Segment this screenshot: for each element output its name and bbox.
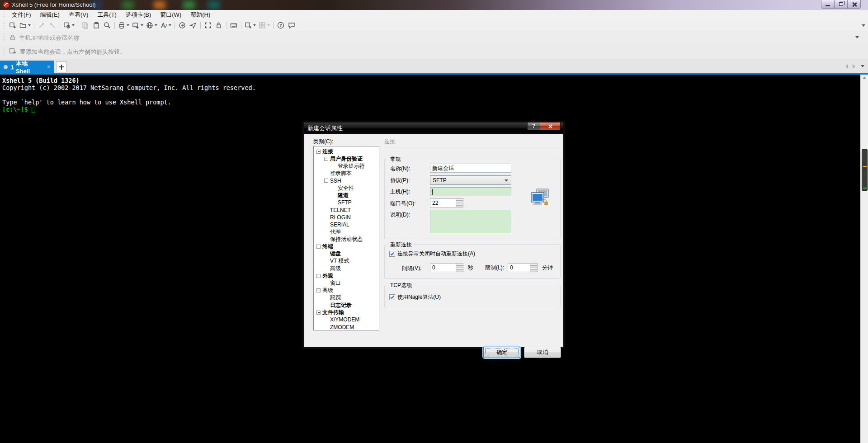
new-tab-button[interactable]: [56, 61, 67, 72]
feedback-icon[interactable]: [286, 20, 297, 30]
tree-collapse-icon[interactable]: [316, 150, 321, 154]
tree-item-6[interactable]: 隧道: [314, 192, 379, 199]
xftp-icon[interactable]: [177, 20, 188, 30]
tree-item-5[interactable]: 安全性: [314, 184, 379, 192]
tree-item-3[interactable]: 登录脚本: [314, 170, 379, 177]
tree-item-4[interactable]: SSH: [314, 177, 379, 184]
session-properties-icon[interactable]: [62, 20, 76, 30]
toolbar-overflow-icon[interactable]: [862, 24, 865, 27]
tree-collapse-icon[interactable]: [324, 179, 328, 183]
lock-screen-icon[interactable]: [213, 20, 224, 30]
tree-item-15[interactable]: VT 模式: [314, 258, 379, 265]
tree-item-16[interactable]: 高级: [314, 265, 379, 272]
tree-item-8[interactable]: TELNET: [314, 207, 379, 214]
name-input[interactable]: 新建会话: [430, 164, 511, 173]
scroll-up-icon[interactable]: [863, 76, 866, 79]
tree-item-20[interactable]: 跟踪: [314, 294, 379, 302]
tree-item-19[interactable]: 高级: [314, 287, 379, 294]
toolbar-grip[interactable]: [3, 47, 6, 57]
toolbar-grip[interactable]: [3, 33, 6, 43]
limit-stepper[interactable]: [530, 263, 538, 272]
terminal-scrollbar[interactable]: [860, 75, 868, 443]
interval-input[interactable]: 0: [430, 263, 456, 272]
fullscreen-icon[interactable]: [203, 20, 213, 30]
reconnect-checkbox[interactable]: [389, 251, 395, 257]
tree-collapse-icon[interactable]: [316, 288, 321, 292]
tree-item-10[interactable]: SERIAL: [314, 221, 379, 228]
port-stepper[interactable]: [456, 198, 463, 207]
menu-item-1[interactable]: 编辑(E): [36, 10, 64, 20]
menu-item-5[interactable]: 窗口(W): [156, 10, 186, 20]
font-icon[interactable]: [159, 20, 173, 30]
terminal-line: [2, 91, 868, 99]
transfer-icon[interactable]: [131, 20, 145, 30]
menu-item-6[interactable]: 帮助(H): [186, 10, 215, 20]
toolbar-grip[interactable]: [3, 22, 6, 29]
tree-collapse-icon[interactable]: [316, 245, 321, 249]
minimize-button[interactable]: [821, 0, 835, 9]
dialog-close-button[interactable]: [540, 123, 561, 130]
tab-close-icon[interactable]: ×: [47, 64, 50, 70]
name-value: 新建会话: [432, 165, 454, 172]
menu-item-0[interactable]: 文件(F): [7, 10, 36, 20]
tree-item-9[interactable]: RLOGIN: [314, 214, 379, 221]
tree-item-22[interactable]: 文件传输: [314, 309, 379, 316]
menu-item-2[interactable]: 查看(V): [64, 10, 93, 20]
tree-collapse-icon[interactable]: [324, 157, 328, 161]
add-session-icon[interactable]: [9, 48, 16, 56]
tree-item-2[interactable]: 登录提示符: [314, 162, 379, 170]
menu-item-4[interactable]: 选项卡(B): [121, 10, 156, 20]
address-input[interactable]: 主机,IP地址或会话名称: [15, 32, 853, 43]
tree-item-14[interactable]: 键盘: [314, 250, 379, 258]
address-dropdown-icon[interactable]: [855, 36, 859, 38]
paste-icon[interactable]: [91, 20, 102, 30]
new-session-icon[interactable]: [7, 20, 18, 30]
tab-scroll-left-icon[interactable]: [845, 64, 848, 69]
host-input[interactable]: [430, 187, 511, 196]
scrollbar-thumb[interactable]: [862, 149, 868, 191]
xagent-icon[interactable]: [188, 20, 198, 30]
close-button[interactable]: [847, 0, 861, 9]
tab-scroll-right-icon[interactable]: [853, 64, 855, 69]
open-session-icon[interactable]: [18, 20, 32, 30]
nagle-checkbox[interactable]: [389, 294, 395, 300]
interval-unit: 秒: [468, 264, 473, 272]
tree-item-17[interactable]: 外观: [314, 272, 379, 279]
port-input[interactable]: 22: [430, 198, 456, 207]
help-icon[interactable]: ?: [275, 20, 286, 30]
cancel-button[interactable]: 取消: [524, 347, 561, 358]
tree-item-11[interactable]: 代理: [314, 228, 379, 236]
print-icon[interactable]: [117, 20, 131, 30]
find-icon[interactable]: [102, 20, 113, 30]
description-input[interactable]: [430, 210, 511, 233]
dialog-help-button[interactable]: ?: [527, 123, 540, 130]
tree-collapse-icon[interactable]: [316, 274, 321, 278]
dialog-title-bar[interactable]: 新建会话属性 ?: [304, 123, 563, 134]
tree-item-18[interactable]: 窗口: [314, 279, 379, 287]
toolbar-grip[interactable]: [3, 11, 6, 18]
tab-list-icon[interactable]: [861, 65, 864, 67]
menu-item-3[interactable]: 工具(T): [93, 10, 121, 20]
tree-item-12[interactable]: 保持活动状态: [314, 236, 379, 243]
interval-stepper[interactable]: [456, 263, 463, 272]
limit-value: 0: [510, 264, 513, 271]
terminal-line: Copyright (c) 2002-2017 NetSarang Comput…: [2, 84, 868, 91]
tree-item-23[interactable]: X/YMODEM: [314, 316, 379, 323]
new-tab-icon[interactable]: [243, 20, 257, 30]
tree-item-13[interactable]: 终端: [314, 243, 379, 250]
tree-item-7[interactable]: SFTP: [314, 199, 379, 206]
tree-collapse-icon[interactable]: [316, 311, 321, 315]
protocol-select[interactable]: SFTP: [430, 175, 511, 185]
tab-local-shell[interactable]: 1 本地Shell ×: [0, 61, 54, 73]
limit-input[interactable]: 0: [508, 263, 530, 272]
interval-label: 间隔(V):: [402, 264, 430, 272]
tree-item-0[interactable]: 连接: [314, 148, 379, 155]
tree-item-24[interactable]: ZMODEM: [314, 324, 379, 331]
restore-button[interactable]: [834, 0, 848, 9]
ok-button[interactable]: 确定: [483, 347, 520, 358]
tree-item-1[interactable]: 用户身份验证: [314, 155, 379, 162]
tree-item-21[interactable]: 日志记录: [314, 302, 379, 309]
category-tree[interactable]: 连接用户身份验证登录提示符登录脚本SSH安全性隧道SFTPTELNETRLOGI…: [313, 146, 379, 330]
keyboard-icon[interactable]: [228, 20, 239, 30]
encoding-icon[interactable]: [145, 20, 159, 30]
